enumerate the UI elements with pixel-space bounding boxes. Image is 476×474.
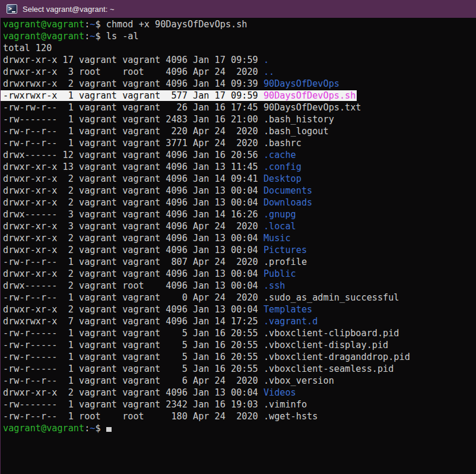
selected-row-highlight: -rwxrwxr-x 1 vagrant vagrant 577 Jan 17 … (3, 90, 357, 101)
terminal-screen[interactable]: vagrant@vagrant:~$ chmod +x 90DaysOfDevO… (1, 18, 476, 434)
file-name: Desktop (264, 173, 302, 184)
file-meta: -rw-r--r-- 1 vagrant vagrant 220 Apr 24 … (3, 126, 264, 137)
file-meta: drwxr-xr-x 2 vagrant vagrant 4096 Jan 13… (3, 304, 264, 315)
prompt-colon: : (84, 19, 90, 30)
file-meta: drwxrwxr-x 7 vagrant vagrant 4096 Jan 14… (3, 316, 264, 327)
file-name: .bash_logout (264, 126, 329, 137)
file-name: .profile (264, 257, 307, 267)
file-name: Videos (264, 387, 296, 398)
total-line: total 120 (3, 42, 476, 54)
file-meta: drwxr-xr-x 3 vagrant vagrant 4096 Apr 24… (3, 221, 264, 232)
file-name: .. (264, 67, 274, 77)
ls-row: -rw-r----- 1 vagrant vagrant 5 Jan 16 20… (3, 339, 476, 351)
file-meta: drwxr-xr-x 2 vagrant vagrant 4096 Jan 13… (3, 197, 264, 208)
file-name: Music (264, 233, 291, 244)
command-text: ls -al (106, 31, 139, 42)
total-text: total 120 (3, 43, 52, 53)
file-name: .bashrc (264, 138, 302, 148)
prompt-user: vagrant@vagrant (3, 423, 84, 434)
file-meta: drwx------ 12 vagrant vagrant 4096 Jan 1… (3, 150, 264, 160)
file-meta: drwxr-xr-x 13 vagrant vagrant 4096 Jan 1… (3, 162, 264, 172)
file-name: Public (264, 268, 296, 279)
ls-row: drwxr-xr-x 17 vagrant vagrant 4096 Jan 1… (3, 54, 476, 66)
ls-row: -rwxrwxr-x 1 vagrant vagrant 577 Jan 17 … (3, 90, 476, 102)
file-name: . (264, 55, 269, 65)
file-meta: drwxr-xr-x 2 vagrant vagrant 4096 Jan 13… (3, 387, 264, 398)
file-meta: -rw-r--r-- 1 vagrant vagrant 3771 Apr 24… (3, 138, 264, 148)
file-name: .vboxclient-display.pid (264, 340, 388, 350)
file-meta: -rw-r--r-- 1 vagrant vagrant 0 Apr 24 20… (3, 292, 264, 303)
prompt-line: vagrant@vagrant:~$ (3, 422, 476, 434)
file-meta: drwx------ 3 vagrant vagrant 4096 Jan 14… (3, 209, 264, 220)
window-title: Select vagrant@vagrant: ~ (23, 5, 114, 14)
terminal-icon: > (7, 4, 17, 14)
file-meta: drwxr-xr-x 2 vagrant vagrant 4096 Jan 13… (3, 185, 264, 196)
ls-row: drwxr-xr-x 2 vagrant vagrant 4096 Jan 13… (3, 232, 476, 244)
file-name: .cache (264, 150, 296, 160)
file-name: 90DaysOfDevOps (264, 78, 339, 89)
file-name: .vboxclient-draganddrop.pid (264, 352, 410, 362)
file-meta: -rw-r----- 1 vagrant vagrant 5 Jan 16 20… (3, 328, 264, 339)
ls-row: -rw-rw-r-- 1 vagrant vagrant 26 Jan 16 1… (3, 102, 476, 113)
ls-row: -rw-r--r-- 1 vagrant vagrant 807 Apr 24 … (3, 256, 476, 268)
prompt-dollar: $ (95, 31, 106, 42)
file-name: .bash_history (264, 114, 334, 125)
command-line-1: vagrant@vagrant:~$ chmod +x 90DaysOfDevO… (3, 18, 476, 30)
ls-row: -rw-r--r-- 1 vagrant vagrant 6 Apr 24 20… (3, 375, 476, 387)
ls-row: drwxr-xr-x 2 vagrant vagrant 4096 Jan 13… (3, 185, 476, 197)
file-meta: -rw-r--r-- 1 root root 180 Apr 24 2020 (3, 411, 264, 422)
command-line-2: vagrant@vagrant:~$ ls -al (3, 30, 476, 42)
ls-row: -rw------- 1 vagrant vagrant 2483 Jan 16… (3, 113, 476, 125)
file-name: .local (264, 221, 296, 232)
ls-row: drwxrwxr-x 2 vagrant vagrant 4096 Jan 14… (3, 78, 476, 90)
command-text: chmod +x 90DaysOfDevOps.sh (106, 19, 247, 30)
ls-row: drwxr-xr-x 3 root root 4096 Apr 24 2020 … (3, 66, 476, 78)
file-meta: -rw-rw-r-- 1 vagrant vagrant 26 Jan 16 1… (3, 102, 264, 113)
ls-row: drwxr-xr-x 2 vagrant vagrant 4096 Jan 13… (3, 304, 476, 315)
file-name: 90DaysOfDevOps.sh (264, 90, 356, 101)
ls-row: drwxr-xr-x 2 vagrant vagrant 4096 Jan 13… (3, 268, 476, 280)
prompt-user: vagrant@vagrant (3, 19, 84, 30)
ls-row: drwxr-xr-x 2 vagrant vagrant 4096 Jan 13… (3, 387, 476, 399)
ls-row: drwx------ 3 vagrant vagrant 4096 Jan 14… (3, 208, 476, 220)
titlebar[interactable]: > Select vagrant@vagrant: ~ (1, 0, 476, 18)
file-meta: drwxr-xr-x 2 vagrant vagrant 4096 Jan 13… (3, 268, 264, 279)
file-meta: -rw------- 1 vagrant vagrant 2342 Jan 16… (3, 399, 264, 410)
ls-row: drwxr-xr-x 2 vagrant vagrant 4096 Jan 13… (3, 197, 476, 208)
ls-row: drwxr-xr-x 3 vagrant vagrant 4096 Apr 24… (3, 220, 476, 232)
file-name: .sudo_as_admin_successful (264, 292, 399, 303)
file-meta: -rw-r--r-- 1 vagrant vagrant 807 Apr 24 … (3, 257, 264, 267)
file-meta: -rw-r----- 1 vagrant vagrant 5 Jan 16 20… (3, 340, 264, 350)
ls-row: -rw-r--r-- 1 vagrant vagrant 0 Apr 24 20… (3, 292, 476, 304)
prompt-colon: : (84, 31, 90, 42)
file-meta: -rwxrwxr-x 1 vagrant vagrant 577 Jan 17 … (3, 90, 264, 101)
file-meta: -rw-r----- 1 vagrant vagrant 5 Jan 16 20… (3, 364, 264, 374)
file-name: 90DaysOfDevOps.txt (264, 102, 361, 113)
file-meta: -rw------- 1 vagrant vagrant 2483 Jan 16… (3, 114, 264, 125)
file-meta: -rw-r----- 1 vagrant vagrant 5 Jan 16 20… (3, 352, 264, 362)
file-meta: -rw-r--r-- 1 vagrant vagrant 6 Apr 24 20… (3, 375, 264, 386)
prompt-user: vagrant@vagrant (3, 31, 84, 42)
ls-row: -rw-r--r-- 1 root root 180 Apr 24 2020 .… (3, 410, 476, 422)
terminal-window: > Select vagrant@vagrant: ~ vagrant@vagr… (0, 0, 476, 474)
file-name: .gnupg (264, 209, 296, 220)
file-name: .wget-hsts (264, 411, 318, 422)
file-name: .vboxclient-seamless.pid (264, 364, 394, 374)
file-name: .config (264, 162, 302, 172)
ls-row: -rw-r--r-- 1 vagrant vagrant 3771 Apr 24… (3, 137, 476, 149)
text-cursor (106, 427, 112, 432)
prompt-dollar: $ (95, 19, 106, 30)
file-meta: drwxr-xr-x 2 vagrant vagrant 4096 Jan 13… (3, 233, 264, 244)
file-name: .vboxclient-clipboard.pid (264, 328, 399, 339)
file-name: .viminfo (264, 399, 307, 410)
file-name: .vbox_version (264, 375, 334, 386)
ls-row: drwxr-xr-x 13 vagrant vagrant 4096 Jan 1… (3, 161, 476, 173)
ls-row: drwxr-xr-x 2 vagrant vagrant 4096 Jan 14… (3, 173, 476, 185)
ls-row: -rw-r----- 1 vagrant vagrant 5 Jan 16 20… (3, 351, 476, 363)
ls-row: -rw-r----- 1 vagrant vagrant 5 Jan 16 20… (3, 363, 476, 375)
file-name: .vagrant.d (264, 316, 318, 327)
prompt-dollar: $ (95, 423, 106, 434)
ls-row: drwxr-xr-x 2 vagrant vagrant 4096 Jan 13… (3, 244, 476, 256)
file-name: Documents (264, 185, 312, 196)
ls-row: -rw------- 1 vagrant vagrant 2342 Jan 16… (3, 399, 476, 410)
